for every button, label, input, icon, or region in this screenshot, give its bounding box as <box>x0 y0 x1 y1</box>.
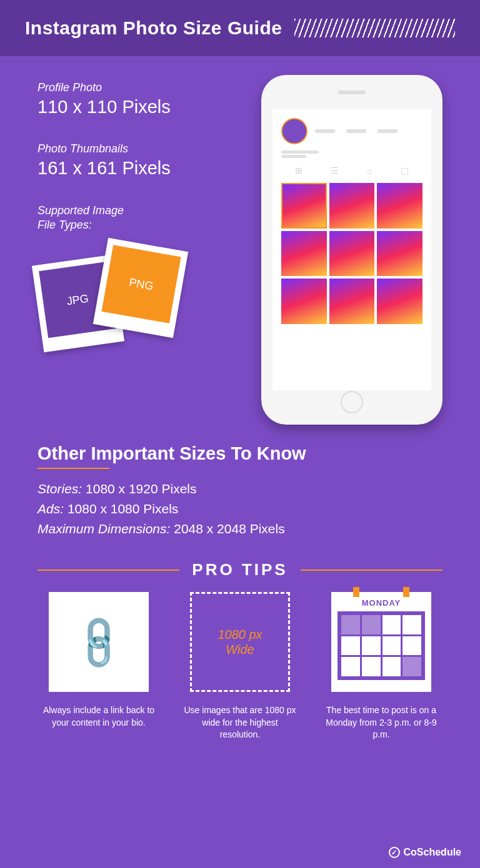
stats-placeholder <box>315 129 398 133</box>
thumb-label: Photo Thumbnails <box>38 142 249 155</box>
file-type-graphics: JPG PNG <box>38 244 188 344</box>
decorative-stripes <box>294 19 455 37</box>
phone-mockup: ⊞ ☰ ⌂ ▢ <box>261 75 442 425</box>
tagged-icon: ⌂ <box>367 165 372 175</box>
grid-tile <box>377 279 422 324</box>
png-card: PNG <box>93 238 188 338</box>
tip-link: 🔗 Always include a link back to your con… <box>38 592 160 741</box>
profile-row <box>281 118 422 144</box>
main-section: Profile Photo 110 x 110 Pixels Photo Thu… <box>0 56 480 425</box>
profile-label: Profile Photo <box>38 81 249 94</box>
grid-icon: ⊞ <box>295 165 302 175</box>
link-card: 🔗 <box>49 592 149 692</box>
grid-tile <box>281 183 327 229</box>
grid-tile <box>377 183 422 229</box>
protips-header: PRO TIPS <box>0 541 480 592</box>
tip3-text: The best time to post is on a Monday fro… <box>320 704 442 741</box>
tip-width: 1080 px Wide Use images that are 1080 px… <box>179 592 301 741</box>
grid-tile <box>329 231 375 277</box>
calendar-clips <box>331 587 431 597</box>
grid-tile <box>329 183 375 229</box>
stat-bar <box>378 129 398 133</box>
bookmark-icon: ▢ <box>401 165 409 175</box>
page-title: Instagram Photo Size Guide <box>25 17 282 39</box>
ads-size: Ads: 1080 x 1080 Pixels <box>38 501 442 516</box>
supported-label: Supported Image File Types: <box>38 204 249 233</box>
grid-tile <box>329 279 375 324</box>
phone-screen: ⊞ ☰ ⌂ ▢ <box>272 109 431 390</box>
max-size: Maximum Dimensions: 2048 x 2048 Pixels <box>38 521 442 536</box>
tip-time: MONDAY The best time to post is on a Mon… <box>320 592 442 741</box>
tip1-text: Always include a link back to your conte… <box>38 704 160 729</box>
left-column: Profile Photo 110 x 110 Pixels Photo Thu… <box>38 75 249 425</box>
bio-line <box>281 155 306 158</box>
photo-grid <box>281 183 422 324</box>
header: Instagram Photo Size Guide <box>0 0 480 56</box>
divider <box>38 468 109 469</box>
profile-tabs: ⊞ ☰ ⌂ ▢ <box>281 165 422 175</box>
width-card: 1080 px Wide <box>190 592 290 692</box>
calendar-grid <box>338 611 425 680</box>
stat-bar <box>346 129 366 133</box>
check-icon: ✓ <box>389 847 400 858</box>
other-heading: Other Important Sizes To Know <box>38 443 442 464</box>
tips-row: 🔗 Always include a link back to your con… <box>0 592 480 741</box>
bio-line <box>281 150 319 154</box>
profile-photo-size: Profile Photo 110 x 110 Pixels <box>38 81 249 117</box>
grid-tile <box>281 279 327 324</box>
footer-brand: ✓ CoSchedule <box>389 847 461 858</box>
thumb-value: 161 x 161 Pixels <box>38 158 249 179</box>
divider-line <box>38 570 179 571</box>
divider-line <box>301 570 442 571</box>
other-sizes: Other Important Sizes To Know Stories: 1… <box>0 425 480 536</box>
link-icon: 🔗 <box>66 609 131 674</box>
calendar-label: MONDAY <box>338 598 425 608</box>
list-icon: ☰ <box>331 165 339 175</box>
calendar-card: MONDAY <box>331 592 431 692</box>
avatar-icon <box>281 118 308 144</box>
profile-value: 110 x 110 Pixels <box>38 97 249 117</box>
brand-name: CoSchedule <box>404 847 461 858</box>
supported-types: Supported Image File Types: JPG PNG <box>38 204 249 344</box>
grid-tile <box>377 231 422 277</box>
stat-bar <box>315 129 335 133</box>
protips-heading: PRO TIPS <box>192 560 288 579</box>
stories-size: Stories: 1080 x 1920 Pixels <box>38 481 442 496</box>
png-label: PNG <box>102 245 181 323</box>
grid-tile <box>281 231 327 277</box>
tip2-text: Use images that are 1080 px wide for the… <box>179 704 301 741</box>
thumbnail-size: Photo Thumbnails 161 x 161 Pixels <box>38 142 249 179</box>
